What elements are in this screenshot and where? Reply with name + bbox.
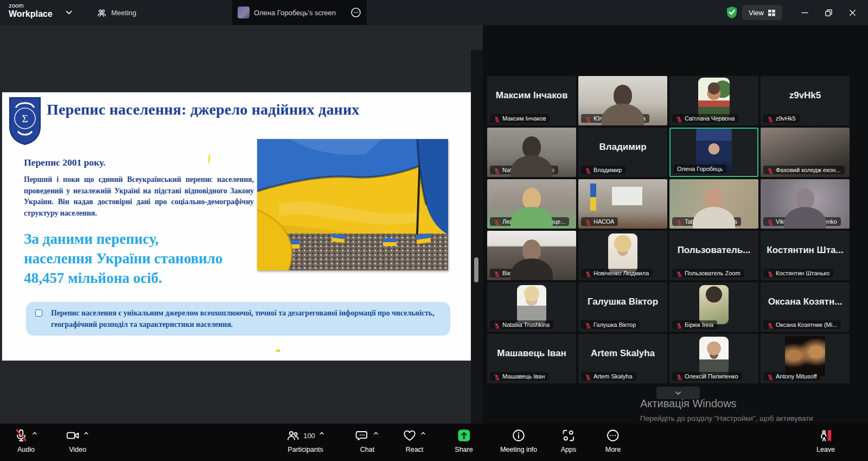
- participant-label: Галушка Віктор: [581, 320, 640, 329]
- presentation-slide: Σ Перепис населення: джерело надійних да…: [2, 92, 471, 361]
- participant-name-text: z9vHk5: [763, 90, 847, 101]
- share-button[interactable]: Share: [455, 427, 473, 453]
- participant-tile[interactable]: Новіченко Людмила: [578, 231, 667, 280]
- participant-label-text: Людмила Богріновце...: [502, 218, 565, 225]
- participant-tile[interactable]: Світлана Червона: [669, 76, 758, 125]
- participant-label-text: Олена Горобець: [677, 166, 723, 172]
- participant-name-text: Машавець Іван: [489, 348, 574, 359]
- participant-avatar: [699, 285, 729, 324]
- participants-icon: [286, 428, 300, 443]
- participant-tile[interactable]: Фаховий коледж екон...: [761, 128, 850, 177]
- participant-label-text: Віктор Бондар: [502, 270, 542, 276]
- muted-mic-icon: [494, 115, 500, 122]
- participant-tile[interactable]: Костянтин Шта... Костянтин Штанько: [761, 231, 850, 280]
- muted-mic-icon: [494, 167, 500, 173]
- participant-tile[interactable]: z9vHk5 z9vHk5: [761, 76, 850, 125]
- participant-tile[interactable]: Віктор Бондар: [487, 231, 576, 280]
- participant-tile[interactable]: Олексій Пилипенко: [669, 334, 758, 383]
- leave-button[interactable]: Leave: [816, 427, 835, 453]
- close-button[interactable]: [844, 5, 860, 20]
- chat-button[interactable]: Chat: [355, 427, 379, 453]
- participant-label: Viktoriya Parkhomenko: [763, 217, 841, 226]
- participant-name-text: Владимир: [580, 142, 665, 153]
- muted-mic-icon: [494, 373, 500, 380]
- participant-name-text: Максим Інчаков: [489, 90, 574, 101]
- participant-tile[interactable]: Бірюк Інна: [669, 282, 758, 332]
- window-controls: View: [726, 0, 868, 25]
- meeting-info-icon: [512, 428, 526, 443]
- participants-button[interactable]: 100 Participants: [286, 427, 325, 453]
- participant-tile[interactable]: Natalia Nechyporuk: [487, 128, 576, 177]
- audio-icon: [14, 428, 28, 443]
- chevron-up-icon[interactable]: [31, 430, 38, 437]
- participant-label: Юлія Ковернінська: [581, 114, 649, 123]
- participant-label: Машавець Іван: [490, 372, 548, 381]
- participant-tile[interactable]: Tatiana Pohorielova: [669, 179, 758, 229]
- chevron-up-icon[interactable]: [420, 430, 426, 437]
- participant-tile[interactable]: Оксана Козятн... Оксана Козятник (Мі...: [761, 282, 850, 332]
- watermark-line1: Перейдіть до розділу "Настройки", щоб ак…: [640, 413, 813, 425]
- participant-label-text: Олексій Пилипенко: [685, 373, 738, 380]
- participant-tile[interactable]: Nataliia Trushkina: [487, 282, 576, 332]
- participant-label: Віктор Бондар: [490, 269, 546, 277]
- muted-mic-icon: [767, 218, 774, 225]
- chevron-up-icon[interactable]: [83, 430, 90, 437]
- divider-scroll-handle[interactable]: [474, 257, 478, 282]
- watermark-title: Активація Windows: [640, 397, 813, 410]
- avatar: [238, 7, 250, 18]
- ellipsis-icon[interactable]: [350, 7, 361, 18]
- participant-label: Олексій Пилипенко: [672, 372, 742, 381]
- participant-avatar: [699, 337, 729, 376]
- participant-label-text: Владимир: [593, 167, 622, 173]
- apps-button[interactable]: Apps: [561, 427, 577, 453]
- participants-panel: Максим Інчаков Максим Інчаков Юлія Ковер…: [483, 25, 868, 424]
- shared-screen-region: Σ Перепис населення: джерело надійних да…: [0, 25, 483, 424]
- annotation-pen-mark: [208, 154, 210, 163]
- participant-tile[interactable]: Владимир Владимир: [578, 128, 667, 177]
- slide-highlight-line2: населення України становило: [24, 249, 222, 268]
- participant-tile[interactable]: Antony Mitusoff: [761, 334, 850, 383]
- participant-label-text: Новіченко Людмила: [593, 270, 649, 276]
- participant-label: z9vHk5: [763, 114, 800, 123]
- tab-shared-screen[interactable]: Олена Горобець's screen: [232, 0, 367, 25]
- minimize-button[interactable]: [796, 5, 813, 20]
- participant-label-text: Tatiana Pohorielova: [685, 218, 737, 225]
- muted-mic-icon: [767, 115, 774, 122]
- annotation-pen-mark: [276, 350, 280, 352]
- participant-tile[interactable]: Viktoriya Parkhomenko: [761, 179, 850, 229]
- title-bar: zoom Workplace Meeting Олена Горобець's …: [0, 0, 868, 25]
- participant-tile[interactable]: Artem Skalyha Artem Skalyha: [578, 334, 667, 383]
- participant-label-text: Viktoriya Parkhomenko: [776, 218, 837, 225]
- participant-label-text: Машавець Іван: [502, 373, 545, 380]
- participant-label: Людмила Богріновце...: [490, 217, 569, 226]
- chevron-down-icon[interactable]: [64, 8, 74, 17]
- muted-mic-icon: [767, 321, 774, 328]
- chevron-up-icon[interactable]: [373, 430, 379, 437]
- participant-label-text: Бірюк Інна: [685, 321, 713, 328]
- participant-label: Бірюк Інна: [672, 320, 717, 329]
- participant-tile[interactable]: НАСОА: [578, 179, 667, 229]
- participant-tile[interactable]: Максим Інчаков Максим Інчаков: [487, 76, 576, 125]
- audio-button[interactable]: Audio: [14, 427, 38, 453]
- participant-tile[interactable]: Людмила Богріновце...: [487, 179, 576, 229]
- participant-tile[interactable]: Галушка Віктор Галушка Віктор: [578, 282, 667, 332]
- muted-mic-icon: [585, 115, 591, 122]
- share-icon: [457, 428, 471, 443]
- security-shield-icon[interactable]: [726, 6, 738, 19]
- video-button[interactable]: Video: [66, 427, 90, 453]
- tab-meeting[interactable]: Meeting: [91, 0, 142, 25]
- view-button[interactable]: View: [742, 5, 782, 20]
- participant-avatar: [517, 285, 546, 324]
- muted-mic-icon: [585, 321, 591, 328]
- react-button[interactable]: React: [403, 427, 426, 453]
- chat-icon: [355, 428, 369, 443]
- more-button[interactable]: More: [605, 427, 621, 453]
- meeting-info-button[interactable]: Meeting info: [500, 427, 537, 453]
- participant-tile[interactable]: Юлія Ковернінська: [578, 76, 667, 125]
- chevron-up-icon[interactable]: [318, 430, 325, 437]
- restore-button[interactable]: [820, 5, 837, 20]
- participant-tile[interactable]: Машавець Іван Машавець Іван: [487, 334, 576, 383]
- participant-tile[interactable]: Олена Горобець: [669, 128, 758, 177]
- participant-label: Пользователь Zoom: [672, 269, 744, 277]
- participant-tile[interactable]: Пользователь... Пользователь Zoom: [669, 231, 758, 280]
